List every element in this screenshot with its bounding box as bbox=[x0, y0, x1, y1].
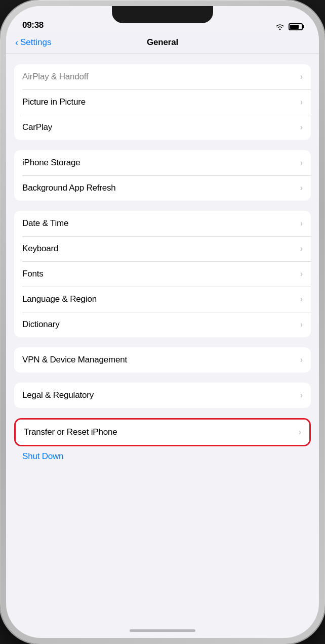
card-vpn: VPN & Device Management › bbox=[14, 347, 311, 373]
chevron-right-icon: › bbox=[300, 269, 303, 279]
nav-bar: ‹ Settings General bbox=[6, 33, 319, 54]
row-label-background-app-refresh: Background App Refresh bbox=[22, 183, 116, 193]
back-button[interactable]: ‹ Settings bbox=[15, 37, 51, 48]
back-chevron-icon: ‹ bbox=[15, 38, 18, 47]
home-indicator bbox=[130, 629, 195, 632]
shut-down-button[interactable]: Shut Down bbox=[22, 451, 63, 461]
list-item[interactable]: Keyboard › bbox=[14, 236, 311, 261]
section-transfer: Transfer or Reset iPhone › Shut Down bbox=[14, 418, 311, 464]
row-label-language-region: Language & Region bbox=[22, 294, 97, 304]
transfer-reset-row[interactable]: Transfer or Reset iPhone › bbox=[16, 420, 309, 445]
battery-fill bbox=[290, 25, 299, 29]
notch bbox=[112, 6, 213, 23]
list-item[interactable]: AirPlay & Handoff › bbox=[14, 64, 311, 89]
chevron-right-icon: › bbox=[300, 320, 303, 329]
chevron-right-icon: › bbox=[300, 244, 303, 253]
row-label-vpn: VPN & Device Management bbox=[22, 355, 127, 365]
row-label-dictionary: Dictionary bbox=[22, 319, 60, 330]
section-storage: iPhone Storage › Background App Refresh … bbox=[14, 150, 311, 201]
wifi-icon bbox=[275, 23, 285, 30]
row-label-picture-in-picture: Picture in Picture bbox=[22, 97, 86, 107]
phone-screen: 09:38 ‹ Settings General bbox=[6, 6, 319, 638]
section-locale: Date & Time › Keyboard › Fonts › Languag… bbox=[14, 211, 311, 337]
section-vpn: VPN & Device Management › bbox=[14, 347, 311, 373]
chevron-right-icon: › bbox=[300, 219, 303, 228]
chevron-right-icon: › bbox=[300, 391, 303, 400]
shut-down-row: Shut Down bbox=[14, 446, 311, 464]
row-label-fonts: Fonts bbox=[22, 269, 44, 279]
chevron-right-icon: › bbox=[300, 295, 303, 304]
list-item[interactable]: Date & Time › bbox=[14, 211, 311, 236]
back-label: Settings bbox=[20, 37, 51, 48]
list-item[interactable]: Legal & Regulatory › bbox=[14, 383, 311, 408]
list-item[interactable]: CarPlay › bbox=[14, 115, 311, 140]
row-label-keyboard: Keyboard bbox=[22, 244, 58, 254]
list-item[interactable]: iPhone Storage › bbox=[14, 150, 311, 175]
card-locale: Date & Time › Keyboard › Fonts › Languag… bbox=[14, 211, 311, 337]
card-transfer: Transfer or Reset iPhone › bbox=[16, 420, 309, 445]
row-label-transfer-reset: Transfer or Reset iPhone bbox=[24, 427, 117, 437]
row-label-legal: Legal & Regulatory bbox=[22, 390, 94, 400]
row-label-airplay-handoff: AirPlay & Handoff bbox=[22, 72, 88, 82]
status-time: 09:38 bbox=[22, 20, 44, 30]
chevron-right-icon: › bbox=[300, 72, 303, 81]
status-icons bbox=[275, 23, 303, 30]
chevron-right-icon: › bbox=[300, 183, 303, 193]
list-item[interactable]: Fonts › bbox=[14, 261, 311, 287]
chevron-right-icon: › bbox=[300, 355, 303, 364]
chevron-right-icon: › bbox=[300, 123, 303, 132]
row-label-carplay: CarPlay bbox=[22, 122, 52, 132]
card-storage: iPhone Storage › Background App Refresh … bbox=[14, 150, 311, 201]
list-item[interactable]: Background App Refresh › bbox=[14, 175, 311, 201]
card-legal: Legal & Regulatory › bbox=[14, 383, 311, 408]
list-item[interactable]: Dictionary › bbox=[14, 312, 311, 337]
list-item[interactable]: VPN & Device Management › bbox=[14, 347, 311, 373]
card-airplay: AirPlay & Handoff › Picture in Picture ›… bbox=[14, 64, 311, 140]
highlighted-transfer-card: Transfer or Reset iPhone › bbox=[14, 418, 311, 446]
chevron-right-icon: › bbox=[300, 158, 303, 167]
chevron-right-icon: › bbox=[300, 98, 303, 107]
section-airplay: AirPlay & Handoff › Picture in Picture ›… bbox=[14, 64, 311, 140]
page-title: General bbox=[147, 37, 178, 48]
list-item[interactable]: Picture in Picture › bbox=[14, 89, 311, 115]
chevron-right-icon: › bbox=[299, 428, 301, 437]
row-label-iphone-storage: iPhone Storage bbox=[22, 158, 80, 168]
row-label-date-time: Date & Time bbox=[22, 218, 68, 228]
section-legal: Legal & Regulatory › bbox=[14, 383, 311, 408]
settings-content: AirPlay & Handoff › Picture in Picture ›… bbox=[6, 54, 319, 630]
phone-frame: 09:38 ‹ Settings General bbox=[0, 0, 325, 644]
battery-icon bbox=[289, 23, 303, 30]
list-item[interactable]: Language & Region › bbox=[14, 287, 311, 312]
